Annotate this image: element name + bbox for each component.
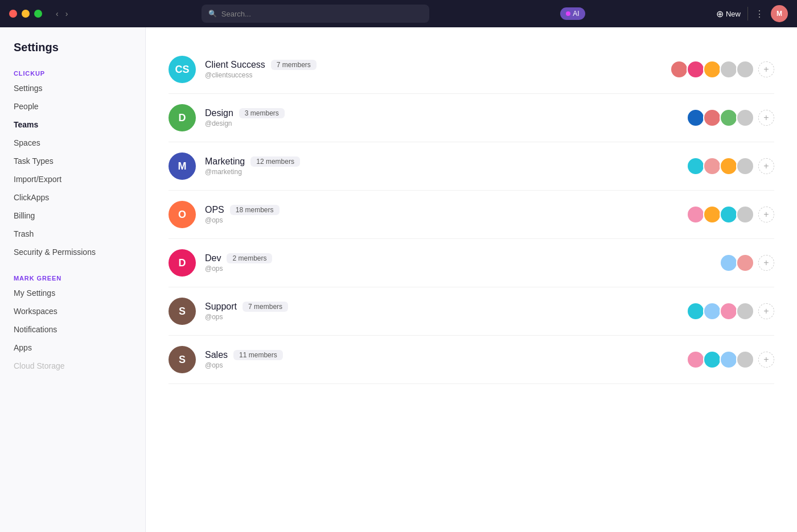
team-handle: @clientsuccess bbox=[205, 71, 670, 79]
team-info: OPS 18 members @ops bbox=[205, 205, 687, 224]
team-name-row: Design 3 members bbox=[205, 108, 687, 118]
sidebar-item-settings[interactable]: Settings bbox=[0, 79, 145, 97]
member-avatar bbox=[720, 109, 738, 127]
sidebar-item-teams[interactable]: Teams bbox=[0, 116, 145, 134]
team-row[interactable]: M Marketing 12 members @marketing + bbox=[169, 142, 774, 191]
team-name: Sales bbox=[205, 350, 228, 360]
add-member-button[interactable]: + bbox=[758, 303, 774, 319]
team-name: Marketing bbox=[205, 156, 245, 167]
forward-arrow[interactable]: › bbox=[63, 8, 71, 19]
sidebar-item-security-permissions[interactable]: Security & Permissions bbox=[0, 243, 145, 261]
team-row[interactable]: O OPS 18 members @ops + bbox=[169, 191, 774, 239]
topbar-divider bbox=[747, 7, 748, 20]
member-avatar bbox=[736, 254, 754, 272]
team-name: Support bbox=[205, 302, 237, 312]
team-name: Design bbox=[205, 108, 233, 118]
member-avatar bbox=[687, 157, 705, 175]
team-name: OPS bbox=[205, 205, 224, 215]
member-avatar bbox=[703, 302, 721, 320]
sidebar-item-task-types[interactable]: Task Types bbox=[0, 152, 145, 170]
sidebar: Settings CLICKUP Settings People Teams S… bbox=[0, 27, 146, 532]
new-plus-icon: ⊕ bbox=[716, 9, 724, 19]
add-member-button[interactable]: + bbox=[758, 352, 774, 368]
team-avatars: + bbox=[687, 302, 774, 320]
sidebar-item-my-settings[interactable]: My Settings bbox=[0, 284, 145, 302]
team-info: Sales 11 members @ops bbox=[205, 350, 687, 369]
member-badge: 2 members bbox=[227, 253, 272, 263]
team-avatar: S bbox=[169, 346, 196, 373]
sidebar-title: Settings bbox=[0, 41, 145, 65]
sidebar-item-apps[interactable]: Apps bbox=[0, 339, 145, 357]
topbar: ‹ › 🔍 Search... AI ⊕ New ⋮ M bbox=[0, 0, 797, 27]
sidebar-section-markgreen: MARK GREEN bbox=[0, 270, 145, 284]
member-avatar bbox=[720, 254, 738, 272]
topbar-right: ⊕ New ⋮ M bbox=[716, 5, 788, 22]
ai-label: AI bbox=[573, 10, 579, 18]
member-avatar bbox=[720, 60, 738, 79]
member-badge: 7 members bbox=[271, 60, 317, 70]
team-row[interactable]: S Support 7 members @ops + bbox=[169, 287, 774, 336]
maximize-window-btn[interactable] bbox=[34, 10, 42, 18]
member-badge: 18 members bbox=[230, 205, 280, 215]
team-row[interactable]: S Sales 11 members @ops + bbox=[169, 336, 774, 384]
member-avatar bbox=[703, 157, 721, 175]
team-name-row: Marketing 12 members bbox=[205, 156, 687, 167]
ai-button[interactable]: AI bbox=[560, 7, 585, 20]
add-member-button[interactable]: + bbox=[758, 158, 774, 174]
team-name: Client Success bbox=[205, 60, 265, 70]
sidebar-item-people[interactable]: People bbox=[0, 97, 145, 116]
team-avatar: CS bbox=[169, 56, 196, 83]
user-avatar[interactable]: M bbox=[771, 5, 788, 22]
new-button[interactable]: ⊕ New bbox=[716, 9, 741, 19]
sidebar-section-clickup: CLICKUP bbox=[0, 65, 145, 79]
sidebar-item-clickapps[interactable]: ClickApps bbox=[0, 188, 145, 207]
sidebar-item-import-export[interactable]: Import/Export bbox=[0, 170, 145, 188]
add-member-button[interactable]: + bbox=[758, 110, 774, 126]
member-badge: 11 members bbox=[233, 350, 283, 360]
team-handle: @ops bbox=[205, 361, 687, 369]
member-badge: 12 members bbox=[250, 156, 300, 167]
member-avatar bbox=[703, 205, 721, 224]
sidebar-item-notifications[interactable]: Notifications bbox=[0, 320, 145, 339]
member-avatar bbox=[720, 205, 738, 224]
sidebar-item-billing[interactable]: Billing bbox=[0, 207, 145, 225]
minimize-window-btn[interactable] bbox=[22, 10, 30, 18]
search-icon: 🔍 bbox=[208, 10, 217, 18]
team-row[interactable]: D Dev 2 members @ops + bbox=[169, 239, 774, 287]
sidebar-item-trash[interactable]: Trash bbox=[0, 225, 145, 243]
sidebar-item-workspaces[interactable]: Workspaces bbox=[0, 302, 145, 320]
window-controls bbox=[9, 10, 42, 18]
member-avatar bbox=[687, 350, 705, 369]
search-placeholder: Search... bbox=[221, 10, 251, 18]
sidebar-item-cloud-storage[interactable]: Cloud Storage bbox=[0, 357, 145, 375]
add-member-button[interactable]: + bbox=[758, 207, 774, 222]
team-avatars: + bbox=[687, 205, 774, 224]
add-member-button[interactable]: + bbox=[758, 61, 774, 77]
member-avatar bbox=[736, 60, 754, 79]
member-avatar bbox=[687, 205, 705, 224]
team-handle: @marketing bbox=[205, 168, 687, 176]
new-label: New bbox=[726, 10, 741, 18]
member-avatar bbox=[670, 60, 688, 79]
member-avatar bbox=[687, 302, 705, 320]
grid-icon[interactable]: ⋮ bbox=[755, 9, 764, 19]
team-avatars: + bbox=[687, 157, 774, 175]
search-bar[interactable]: 🔍 Search... bbox=[202, 5, 429, 23]
member-avatar bbox=[687, 60, 705, 79]
team-avatar: D bbox=[169, 104, 196, 131]
back-arrow[interactable]: ‹ bbox=[54, 8, 61, 19]
ai-dot bbox=[566, 11, 570, 16]
close-window-btn[interactable] bbox=[9, 10, 17, 18]
team-row[interactable]: CS Client Success 7 members @clientsucce… bbox=[169, 46, 774, 94]
team-avatars: + bbox=[670, 60, 774, 79]
team-handle: @design bbox=[205, 119, 687, 127]
team-row[interactable]: D Design 3 members @design + bbox=[169, 94, 774, 142]
member-avatar bbox=[736, 205, 754, 224]
team-avatars: + bbox=[720, 254, 774, 272]
team-info: Support 7 members @ops bbox=[205, 302, 687, 321]
add-member-button[interactable]: + bbox=[758, 255, 774, 271]
team-handle: @ops bbox=[205, 216, 687, 224]
sidebar-item-spaces[interactable]: Spaces bbox=[0, 134, 145, 152]
team-info: Client Success 7 members @clientsuccess bbox=[205, 60, 670, 79]
member-avatar bbox=[736, 157, 754, 175]
